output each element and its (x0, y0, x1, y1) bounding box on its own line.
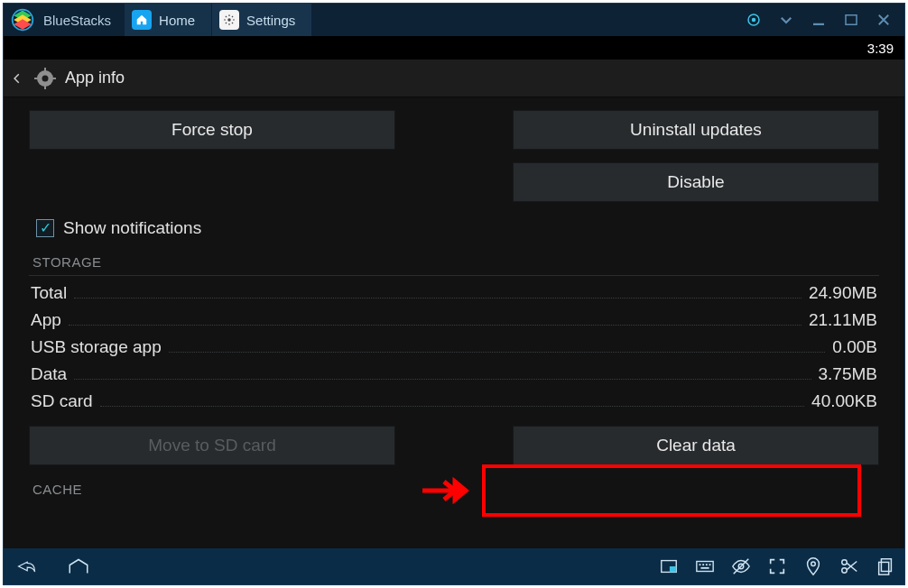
svg-point-3 (752, 18, 756, 23)
svg-rect-17 (706, 564, 708, 565)
svg-line-26 (847, 562, 857, 570)
titlebar: BlueStacks Home Settings (4, 4, 904, 36)
target-icon[interactable] (744, 10, 764, 30)
tab-settings[interactable]: Settings (211, 4, 311, 36)
window-toggle-icon[interactable] (657, 554, 681, 579)
svg-rect-4 (813, 23, 824, 25)
storage-section-label: STORAGE (32, 254, 879, 270)
maximize-button[interactable] (841, 10, 861, 30)
clear-data-button[interactable]: Clear data (513, 426, 879, 465)
home-nav-icon[interactable] (63, 554, 94, 579)
move-to-sd-button: Move to SD card (29, 426, 395, 465)
svg-rect-28 (879, 562, 889, 574)
close-button[interactable] (874, 10, 894, 30)
tab-home[interactable]: Home (124, 4, 211, 36)
settings-tab-icon (219, 10, 239, 30)
checkbox-icon[interactable]: ✓ (36, 219, 54, 237)
svg-rect-11 (52, 78, 56, 79)
tab-home-label: Home (159, 13, 195, 28)
back-icon[interactable] (9, 70, 25, 87)
scissors-icon[interactable] (838, 554, 861, 579)
svg-rect-14 (697, 562, 713, 572)
svg-rect-9 (44, 86, 46, 89)
page-title: App info (65, 69, 125, 87)
show-notifications-row[interactable]: ✓ Show notifications (36, 218, 879, 238)
show-notifications-label: Show notifications (63, 218, 201, 238)
storage-row-sd: SD card40.00KB (29, 388, 879, 415)
svg-point-24 (842, 568, 848, 574)
statusbar-time: 3:39 (867, 41, 894, 56)
storage-row-data: Data3.75MB (29, 361, 879, 388)
minimize-button[interactable] (809, 10, 829, 30)
back-nav-icon[interactable] (11, 554, 42, 579)
chevron-down-icon[interactable] (776, 10, 796, 30)
svg-rect-13 (670, 566, 676, 572)
divider (29, 275, 879, 276)
bluestacks-window: BlueStacks Home Settings (3, 3, 905, 585)
cache-section-label: CACHE (32, 482, 879, 497)
home-icon (132, 10, 152, 30)
svg-rect-10 (34, 78, 38, 79)
copy-icon[interactable] (874, 554, 897, 579)
bottom-navbar (4, 548, 904, 584)
svg-rect-15 (700, 564, 701, 565)
app-name: BlueStacks (42, 4, 124, 36)
fullscreen-icon[interactable] (765, 554, 789, 579)
svg-point-7 (42, 75, 49, 81)
storage-row-usb: USB storage app0.00B (29, 334, 879, 361)
svg-point-22 (811, 562, 816, 566)
svg-rect-18 (709, 564, 711, 565)
location-icon[interactable] (801, 554, 825, 579)
uninstall-updates-button[interactable]: Uninstall updates (513, 110, 879, 150)
gear-icon (32, 66, 58, 91)
force-stop-button[interactable]: Force stop (29, 110, 395, 150)
svg-rect-5 (846, 15, 857, 25)
window-controls (744, 4, 904, 36)
android-statusbar: 3:39 (4, 36, 904, 60)
svg-line-25 (847, 563, 857, 571)
keyboard-icon[interactable] (693, 554, 717, 579)
bluestacks-logo-icon (4, 4, 42, 36)
content: Force stop Uninstall updates Disable ✓ S… (4, 97, 904, 548)
svg-point-1 (227, 18, 231, 22)
storage-row-total: Total24.90MB (29, 280, 879, 307)
appinfo-header: App info (4, 60, 904, 97)
svg-point-23 (842, 560, 848, 565)
svg-rect-8 (44, 68, 46, 71)
disable-button[interactable]: Disable (513, 162, 879, 202)
storage-row-app: App21.11MB (29, 307, 879, 334)
svg-rect-19 (700, 567, 709, 569)
eye-off-icon[interactable] (729, 554, 753, 579)
tab-settings-label: Settings (246, 13, 295, 28)
svg-rect-27 (881, 559, 891, 572)
svg-rect-16 (702, 564, 704, 565)
